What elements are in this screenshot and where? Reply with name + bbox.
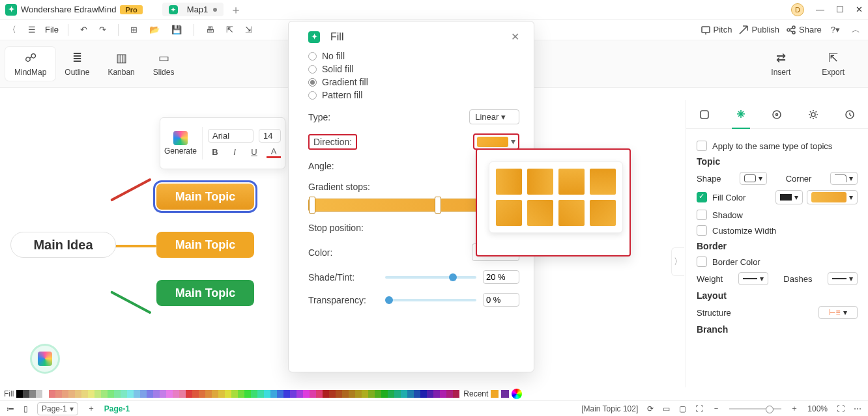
export-menu-button[interactable]: ⇱Export [813,47,854,81]
generate-button[interactable]: Generate [164,131,197,156]
main-topic-1[interactable]: Main Topic [156,184,254,210]
color-swatch[interactable] [179,390,186,398]
color-swatch[interactable] [440,390,446,398]
radio-pattern-fill[interactable]: Pattern fill [308,90,519,100]
menu-button[interactable]: ☰ [25,23,38,36]
color-swatch[interactable] [453,390,459,398]
color-swatch[interactable] [127,390,134,398]
color-swatch[interactable] [36,390,42,398]
color-swatch[interactable] [283,390,290,398]
font-color-button[interactable]: A [267,146,281,158]
structure-select[interactable]: ⊢≡ ▾ [818,306,858,319]
direction-option-6[interactable] [527,200,553,226]
bold-button[interactable]: B [208,147,222,157]
rtab-history[interactable] [841,105,859,124]
color-swatch[interactable] [166,390,173,398]
font-select[interactable]: Arial [208,129,253,143]
add-page-button[interactable]: ＋ [87,403,95,414]
color-swatch[interactable] [49,390,55,398]
color-swatch[interactable] [277,390,283,398]
color-swatch[interactable] [88,390,94,398]
shadow-checkbox[interactable] [697,210,707,220]
minimize-button[interactable]: — [816,5,824,14]
color-swatch[interactable] [94,390,101,398]
panel-collapse-button[interactable]: 〉 [671,247,684,276]
corner-select[interactable]: ▾ [830,172,858,185]
fullscreen-button[interactable]: ⛶ [695,404,703,413]
color-swatch[interactable] [401,390,407,398]
fit-width-button[interactable]: ▭ [663,404,670,413]
rtab-map[interactable] [768,105,786,124]
apply-same-checkbox[interactable] [697,141,707,151]
color-swatch[interactable] [205,390,212,398]
color-swatch[interactable] [414,390,420,398]
color-swatch[interactable] [303,390,310,398]
color-swatch[interactable] [218,390,225,398]
maximize-button[interactable]: ☐ [836,5,844,14]
direction-option-1[interactable] [496,169,522,195]
zoom-slider[interactable] [729,408,781,409]
color-swatch[interactable] [342,390,349,398]
undo-button[interactable]: ↶ [78,23,90,36]
color-swatch[interactable] [153,390,160,398]
color-swatch[interactable] [62,390,68,398]
zoom-in-button[interactable]: ＋ [790,403,798,414]
split-toggle[interactable]: ▯ [23,404,28,413]
publish-button[interactable]: Publish [738,25,779,35]
main-topic-3[interactable]: Main Topic [156,280,254,306]
color-swatch[interactable] [244,390,251,398]
dashes-select[interactable]: ▾ [828,272,858,285]
color-swatch[interactable] [147,390,153,398]
font-size-select[interactable]: 14 [259,129,281,143]
color-swatch[interactable] [427,390,433,398]
shape-select[interactable]: ▾ [740,172,767,185]
color-swatch[interactable] [231,390,238,398]
color-swatch[interactable] [394,390,401,398]
color-swatch[interactable] [375,390,381,398]
color-swatch[interactable] [297,390,303,398]
present-button[interactable]: ⛶ [837,404,845,413]
fill-color-checkbox[interactable] [697,192,707,202]
color-swatch[interactable] [199,390,205,398]
color-swatch[interactable] [336,390,342,398]
color-swatch[interactable] [108,390,114,398]
radio-solid-fill[interactable]: Solid fill [308,64,519,74]
color-swatch[interactable] [407,390,414,398]
save-button[interactable]: 💾 [169,23,184,36]
new-button[interactable]: ⊞ [128,23,140,36]
mode-mindmap[interactable]: ☍MindMap [5,47,55,81]
color-swatch[interactable] [257,390,264,398]
refresh-button[interactable]: ⟳ [647,404,654,413]
rtab-ai[interactable] [732,100,750,129]
color-swatch[interactable] [75,390,81,398]
color-swatch[interactable] [114,390,121,398]
color-swatch[interactable] [433,390,440,398]
collapse-menubar-button[interactable]: ︿ [849,23,863,37]
color-swatch[interactable] [388,390,394,398]
mode-outline[interactable]: ≣Outline [55,47,98,81]
color-swatch[interactable] [212,390,218,398]
add-tab-button[interactable]: ＋ [230,2,242,18]
color-swatch[interactable] [238,390,244,398]
color-swatch[interactable] [192,390,199,398]
ai-fab-button[interactable] [30,344,60,374]
color-swatch[interactable] [16,390,23,398]
color-swatch[interactable] [264,390,270,398]
direction-option-4[interactable] [590,169,616,195]
shade-slider[interactable] [385,276,476,279]
color-swatch[interactable] [173,390,179,398]
radio-no-fill[interactable]: No fill [308,51,519,61]
transparency-input[interactable] [483,293,519,307]
color-swatch[interactable] [23,390,29,398]
color-swatch[interactable] [420,390,427,398]
direction-option-3[interactable] [558,169,585,195]
color-swatch[interactable] [446,390,453,398]
radio-gradient-fill[interactable]: Gradient fill [308,77,519,87]
page-tab[interactable]: Page-1 [104,404,130,413]
color-wheel-button[interactable] [512,389,522,399]
help-button[interactable]: ?▾ [828,23,843,36]
color-swatch[interactable] [160,390,166,398]
zoom-out-button[interactable]: － [712,403,720,414]
color-swatch[interactable] [140,390,147,398]
color-swatch[interactable] [323,390,329,398]
